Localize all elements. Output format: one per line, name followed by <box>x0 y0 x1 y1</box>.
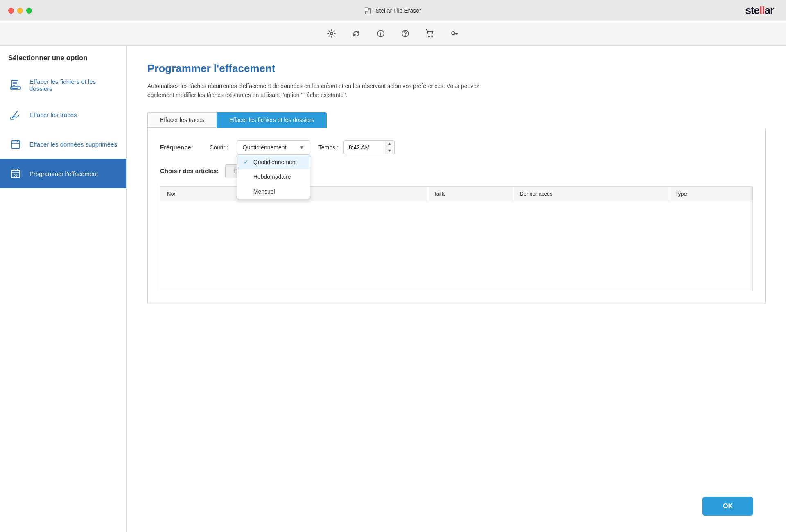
app-title-text: Stellar File Eraser <box>375 7 421 14</box>
sidebar-item-schedule[interactable]: Programmer l'effacement <box>0 159 126 188</box>
svg-point-7 <box>380 32 381 32</box>
svg-rect-13 <box>11 80 18 88</box>
svg-point-11 <box>431 36 433 37</box>
erase-deleted-icon <box>8 137 23 151</box>
dropdown-option-daily[interactable]: ✓ Quotidiennement <box>237 155 310 169</box>
window-controls <box>8 8 32 14</box>
table-empty-cell <box>160 201 753 291</box>
main-layout: Sélectionner une option Effacer les fich… <box>0 46 786 532</box>
tab-traces[interactable]: Effacer les traces <box>147 112 217 128</box>
time-spinners: ▲ ▼ <box>385 141 394 154</box>
ok-button[interactable]: OK <box>702 497 753 516</box>
frequency-dropdown-wrapper: Quotidiennement ▼ ✓ Quotidiennement Hebd… <box>237 140 310 154</box>
key-icon <box>450 29 458 38</box>
tab-files[interactable]: Effacer les fichiers et les dossiers <box>217 112 327 128</box>
page-title: Programmer l'effacement <box>147 62 766 75</box>
option-label: Hebdomadaire <box>253 174 291 180</box>
sidebar-item-label: Effacer les données supprimées <box>29 141 117 148</box>
cart-button[interactable] <box>422 25 438 42</box>
settings-icon <box>328 29 336 38</box>
col-non: Non <box>160 186 239 201</box>
col-type: Type <box>669 186 752 201</box>
info-button[interactable] <box>373 25 389 42</box>
svg-point-4 <box>330 32 333 35</box>
erase-files-icon <box>8 78 23 92</box>
time-increment-button[interactable]: ▲ <box>385 141 394 147</box>
stellar-logo: stellar <box>745 4 774 17</box>
frequency-dropdown[interactable]: Quotidiennement ▼ <box>237 140 310 154</box>
close-button[interactable] <box>8 8 14 14</box>
file-table: Non Élément du fichier Taille Dernier ac… <box>160 186 753 291</box>
sidebar: Sélectionner une option Effacer les fich… <box>0 46 127 532</box>
refresh-icon <box>352 29 360 38</box>
chevron-down-icon: ▼ <box>299 144 304 150</box>
svg-point-12 <box>452 32 455 35</box>
ok-button-container: OK <box>702 497 753 516</box>
sidebar-item-erase-files[interactable]: Effacer les fichiers et les dossiers <box>0 70 126 100</box>
cart-icon <box>426 29 434 38</box>
time-input[interactable] <box>344 141 385 154</box>
col-last-access: Dernier accès <box>513 186 669 201</box>
svg-rect-24 <box>11 141 20 148</box>
sidebar-item-erase-deleted[interactable]: Effacer les données supprimées <box>0 129 126 159</box>
option-label: Quotidiennement <box>253 159 297 165</box>
dropdown-selected-value: Quotidiennement <box>243 144 287 151</box>
titlebar: Stellar File Eraser stellar <box>0 0 786 21</box>
tabs: Effacer les traces Effacer les fichiers … <box>147 112 766 128</box>
dropdown-option-weekly[interactable]: Hebdomadaire <box>237 169 310 184</box>
help-icon <box>401 29 409 38</box>
maximize-button[interactable] <box>26 8 32 14</box>
sidebar-heading: Sélectionner une option <box>0 54 126 70</box>
key-button[interactable] <box>446 25 463 42</box>
sidebar-item-label: Effacer les fichiers et les dossiers <box>29 78 118 92</box>
dropdown-option-monthly[interactable]: Mensuel <box>237 184 310 199</box>
time-decrement-button[interactable]: ▼ <box>385 147 394 154</box>
check-icon: ✓ <box>244 159 250 165</box>
content-area: Programmer l'effacement Automatisez les … <box>127 46 786 532</box>
sidebar-item-erase-traces[interactable]: Effacer les traces <box>0 100 126 129</box>
stellar-logo-highlight: ll <box>759 4 764 16</box>
option-label: Mensuel <box>253 188 275 195</box>
svg-rect-3 <box>365 7 368 11</box>
time-input-wrapper: ▲ ▼ <box>343 140 395 154</box>
table-body <box>160 201 753 291</box>
sidebar-item-label: Effacer les traces <box>29 111 77 118</box>
run-label: Courir : <box>210 144 228 151</box>
app-icon <box>365 7 372 14</box>
help-button[interactable] <box>397 25 413 42</box>
frequency-label: Fréquence: <box>160 144 193 151</box>
refresh-button[interactable] <box>348 25 364 42</box>
svg-point-10 <box>429 36 430 37</box>
page-description: Automatisez les tâches récurrentes d'eff… <box>147 81 495 100</box>
svg-point-9 <box>405 35 406 36</box>
time-label: Temps : <box>318 144 339 151</box>
col-size: Taille <box>427 186 513 201</box>
time-row: Temps : ▲ ▼ <box>318 140 395 154</box>
minimize-button[interactable] <box>17 8 23 14</box>
schedule-icon <box>8 166 23 181</box>
toolbar <box>0 21 786 46</box>
sidebar-item-label: Programmer l'effacement <box>29 170 98 177</box>
frequency-dropdown-menu: ✓ Quotidiennement Hebdomadaire Mensuel <box>237 154 310 199</box>
info-icon <box>377 29 385 38</box>
choose-label: Choisir des articles: <box>160 167 219 174</box>
settings-button[interactable] <box>323 25 340 42</box>
frequency-row: Fréquence: Courir : Quotidiennement ▼ ✓ … <box>160 140 753 154</box>
erase-traces-icon <box>8 107 23 122</box>
schedule-panel: Fréquence: Courir : Quotidiennement ▼ ✓ … <box>147 128 766 304</box>
table-empty-row <box>160 201 753 291</box>
app-title: Stellar File Eraser <box>365 7 421 14</box>
